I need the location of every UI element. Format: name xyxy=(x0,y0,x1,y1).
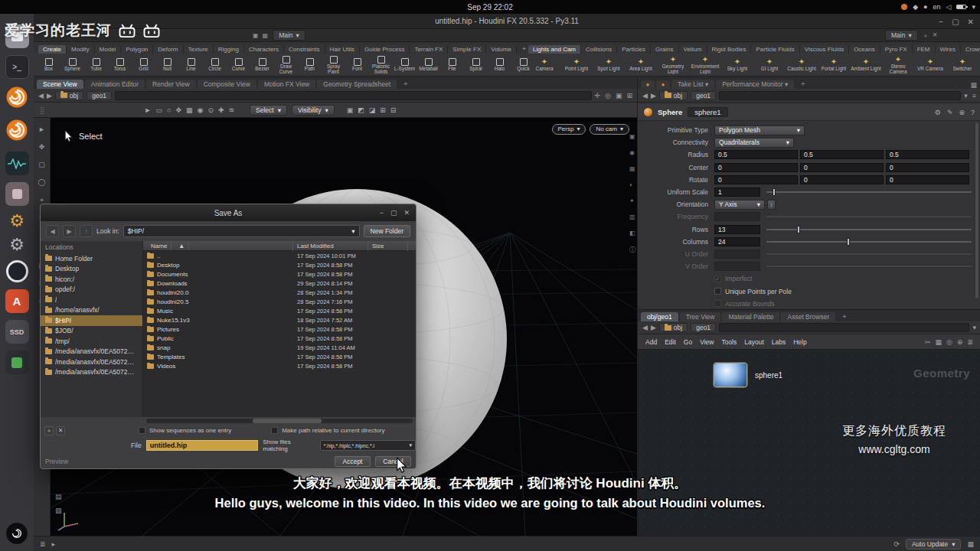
shelf-tool[interactable]: Metaball xyxy=(416,54,440,77)
settings-orange-icon[interactable]: ⚙ xyxy=(9,213,24,230)
show-sequences-checkbox[interactable] xyxy=(139,427,145,434)
zoom-icon[interactable]: ◎ xyxy=(946,338,952,346)
shade-mode-icon[interactable]: ▣ xyxy=(347,106,354,114)
shelf-tool[interactable]: Tube xyxy=(84,54,108,77)
menu-item[interactable]: Help xyxy=(793,338,806,346)
close-button[interactable]: ✕ xyxy=(968,18,974,26)
location-item[interactable]: / xyxy=(41,295,142,305)
breadcrumb-geo[interactable]: geo1 xyxy=(87,91,112,100)
pane-tab[interactable]: Take List ▾ xyxy=(671,80,714,89)
utility-app-icon[interactable] xyxy=(5,182,29,206)
expand-icon[interactable]: ▸ xyxy=(52,540,56,548)
forward-icon[interactable]: ▶ xyxy=(651,92,656,99)
shelf-light-tool[interactable]: ✦ VR Camera xyxy=(914,54,946,77)
menu-item[interactable]: Tools xyxy=(721,338,737,346)
camera-badge[interactable]: No cam▾ xyxy=(590,124,629,135)
desktop-main-menu-right[interactable]: Main▾ xyxy=(885,30,918,41)
desktop-icon[interactable]: ▣ xyxy=(253,32,259,39)
forward-button[interactable]: ▶ xyxy=(63,225,76,237)
obs-app-icon[interactable] xyxy=(6,260,28,282)
filename-input[interactable]: untitled.hip xyxy=(146,440,259,451)
menu-item[interactable]: View xyxy=(700,338,714,346)
add-icon[interactable]: ⊕ xyxy=(957,338,963,346)
node-name-field[interactable]: sphere1 xyxy=(688,107,727,117)
file-row[interactable]: Videos 17 Sep 2024 8:58 PM xyxy=(143,361,416,370)
location-item[interactable]: opdef:/ xyxy=(41,285,142,295)
uniform-scale-input[interactable]: 1 xyxy=(714,187,760,197)
add-pane-tab-icon[interactable]: ＋ xyxy=(837,311,851,321)
tray-app-icon[interactable]: ◆ xyxy=(913,0,918,14)
move-tool-icon[interactable]: ✥ xyxy=(175,106,181,114)
shelf-tab[interactable]: Deform xyxy=(153,45,183,54)
shelf-tool[interactable]: Circle xyxy=(203,54,227,77)
shelf-tab[interactable]: Pyro FX xyxy=(880,45,913,54)
path-field[interactable] xyxy=(719,91,961,100)
circle-icon[interactable]: ◯ xyxy=(38,178,45,186)
sync-icon[interactable]: ⟳ xyxy=(893,540,900,548)
shelf-tab[interactable]: Modify xyxy=(67,45,95,54)
pane-tab[interactable]: Performance Monitor ▾ xyxy=(716,80,794,89)
path-field[interactable] xyxy=(719,323,969,332)
scrollbar[interactable] xyxy=(975,122,978,298)
shelf-tool[interactable]: Box xyxy=(37,54,60,77)
menu-item[interactable]: Labs xyxy=(772,338,786,346)
pane-tab[interactable]: Tree View xyxy=(680,312,721,321)
shelf-tool[interactable]: Spiral xyxy=(464,54,488,77)
shelf-tool[interactable]: Platonic Solids xyxy=(369,54,393,77)
pane-tab[interactable]: Scene View xyxy=(37,80,83,89)
add-icon[interactable]: ⊕ xyxy=(959,109,965,116)
shelf-tool[interactable]: Halo xyxy=(488,54,511,77)
breadcrumb-geo[interactable]: geo1 xyxy=(691,91,716,100)
pin-icon[interactable]: ✛ xyxy=(595,92,601,99)
shelf-tab[interactable]: Wires xyxy=(936,45,961,54)
grid-icon[interactable]: ▦ xyxy=(967,540,974,548)
add-pane-tab-icon[interactable]: ＋ xyxy=(398,79,413,89)
menu-item[interactable]: Edit xyxy=(665,338,676,346)
sphere-node[interactable]: sphere1 xyxy=(714,364,782,386)
dock-bottom-app-icon[interactable] xyxy=(5,522,28,545)
shelf-tab[interactable]: FEM xyxy=(913,45,936,54)
breadcrumb-obj[interactable]: obj xyxy=(55,91,83,100)
shelf-light-tool[interactable]: ✦ Stereo Camera xyxy=(882,54,914,77)
file-row[interactable]: .. 17 Sep 2024 10:01 PM xyxy=(143,251,416,260)
file-row[interactable]: houdini20.0 28 Sep 2024 1:34 PM xyxy=(143,288,416,297)
sphere-pane-tab-icon[interactable]: ● xyxy=(641,80,655,89)
shelf-tool[interactable]: Draw Curve xyxy=(274,54,298,77)
connectivity-select[interactable]: Quadrilaterals▾ xyxy=(714,138,794,148)
tray-chevron-icon[interactable]: ▾ xyxy=(972,0,975,14)
forward-icon[interactable]: ▶ xyxy=(47,92,52,99)
pane-tab[interactable]: obj/geo1 xyxy=(641,312,678,321)
window-titlebar[interactable]: untitled.hip - Houdini FX 20.5.332 - Py3… xyxy=(34,14,980,29)
list-icon[interactable]: ≣ xyxy=(967,338,973,346)
shelf-tab[interactable]: Polygon xyxy=(121,45,153,54)
desktop-grid-icon[interactable]: ▦ xyxy=(263,32,269,39)
cut-icon[interactable]: ✂ xyxy=(925,338,931,346)
relative-path-checkbox[interactable] xyxy=(271,427,278,434)
pane-tab[interactable]: Material Palette xyxy=(722,312,779,321)
select-tool-icon[interactable]: ► xyxy=(145,106,152,114)
menu-item[interactable]: Go xyxy=(684,338,692,346)
gear-icon[interactable]: ⚙ xyxy=(935,109,941,116)
houdini-app2-icon[interactable] xyxy=(5,119,28,145)
shelf-tab[interactable]: Grains xyxy=(651,45,679,54)
shelf-tool[interactable]: Grid xyxy=(132,54,155,77)
pane-tab[interactable]: Animation Editor xyxy=(85,80,145,89)
sphere-pane-tab2-icon[interactable]: ● xyxy=(656,80,670,89)
pane-menu-icon[interactable]: ▦ xyxy=(966,81,980,89)
forward-icon[interactable]: ▶ xyxy=(651,324,656,331)
single-view-icon[interactable]: ⊟ xyxy=(390,106,397,114)
column-size[interactable]: Size xyxy=(368,241,408,251)
accurate-bounds-checkbox[interactable] xyxy=(714,300,721,307)
info-icon[interactable]: ⓘ xyxy=(629,246,635,254)
grid-toggle-icon[interactable]: ▦ xyxy=(629,165,635,172)
shelf-tool[interactable]: Null xyxy=(155,54,179,77)
menu-item[interactable]: Layout xyxy=(744,338,764,346)
file-row[interactable]: Music 17 Sep 2024 8:58 PM xyxy=(143,306,416,315)
columns-input[interactable]: 24 xyxy=(714,237,760,246)
language-indicator[interactable]: en xyxy=(933,3,941,11)
add-pane-tab-icon[interactable]: ＋ xyxy=(795,79,810,89)
new-folder-button[interactable]: New Folder xyxy=(364,225,410,237)
back-button[interactable]: ◀ xyxy=(46,225,59,237)
location-item[interactable]: /home/anasvfx/ xyxy=(41,305,142,316)
shelf-light-tool[interactable]: ✦ Switcher xyxy=(946,54,978,77)
